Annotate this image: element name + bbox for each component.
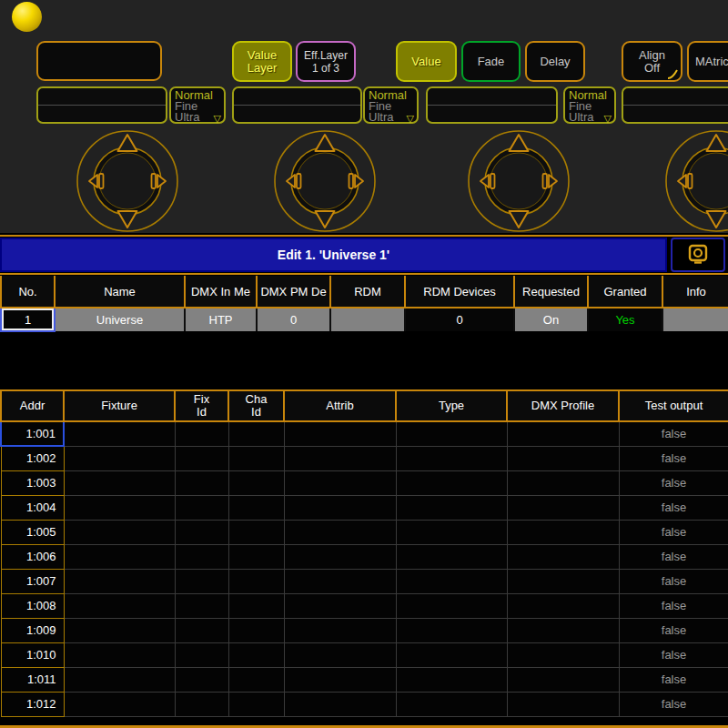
- universe-name-cell[interactable]: Universe: [55, 308, 185, 331]
- addr-cell[interactable]: 1:012: [1, 692, 64, 716]
- addr-cell[interactable]: 1:001: [1, 421, 64, 446]
- universe-row: 1 Universe HTP 0 0 On Yes: [1, 308, 728, 331]
- column-header-no[interactable]: No.: [1, 276, 55, 308]
- universe-rdm-cell[interactable]: [330, 308, 405, 331]
- test-output-cell[interactable]: false: [619, 569, 728, 593]
- dmx-row: 1:004 false: [1, 495, 728, 520]
- universe-dmx-in-cell[interactable]: HTP: [185, 308, 257, 331]
- universe-no-cell[interactable]: 1: [1, 308, 55, 331]
- column-header-info[interactable]: Info: [662, 276, 728, 308]
- dmx-row: 1:003 false: [1, 470, 728, 495]
- encoder-label-box-3[interactable]: [426, 86, 558, 124]
- fade-label: Fade: [478, 56, 505, 68]
- grandma2-dmx-setup-screen: Value Layer Eff.Layer 1 of 3 Value Fade …: [0, 0, 728, 728]
- matricks-button[interactable]: MAtric: [687, 41, 728, 82]
- effect-layer-button[interactable]: Eff.Layer 1 of 3: [296, 41, 356, 82]
- column-header-attrib[interactable]: Attrib: [284, 391, 396, 421]
- universe-rdm-devices-cell[interactable]: 0: [405, 308, 514, 331]
- test-output-cell[interactable]: false: [619, 618, 728, 642]
- title-bar-bottom-border: [0, 273, 728, 275]
- encoder-knob-2[interactable]: [272, 128, 378, 233]
- column-header-dmx-profile[interactable]: DMX Profile: [507, 391, 619, 421]
- test-output-cell[interactable]: false: [619, 421, 728, 446]
- universe-info-cell[interactable]: [662, 308, 728, 331]
- encoder-resolution-dropdown-2[interactable]: Normal Fine Ultra ▽: [363, 86, 419, 124]
- encoder-label-box-4[interactable]: [622, 86, 728, 124]
- test-output-cell[interactable]: false: [619, 692, 728, 716]
- universe-settings-table: No. Name DMX In Me DMX PM De RDM RDM Dev…: [0, 276, 728, 332]
- test-output-cell[interactable]: false: [619, 642, 728, 667]
- value-button[interactable]: Value: [396, 41, 457, 82]
- addr-cell[interactable]: 1:003: [1, 470, 64, 495]
- dmx-row: 1:002 false: [1, 446, 728, 470]
- test-output-cell[interactable]: false: [619, 470, 728, 495]
- addr-cell[interactable]: 1:010: [1, 642, 64, 667]
- eff-layer-label-line2: 1 of 3: [312, 62, 339, 75]
- value-layer-label-line2: Layer: [248, 62, 278, 75]
- value-layer-button[interactable]: Value Layer: [232, 41, 292, 82]
- universe-dmx-pm-cell[interactable]: 0: [257, 308, 330, 331]
- column-header-dmx-in[interactable]: DMX In Me: [185, 276, 257, 308]
- dialog-title-bar: Edit 1. 'Universe 1': [0, 233, 728, 276]
- addr-cell[interactable]: 1:007: [1, 569, 64, 593]
- fade-button[interactable]: Fade: [461, 41, 521, 82]
- addr-cell[interactable]: 1:005: [1, 520, 64, 544]
- column-header-rdm[interactable]: RDM: [330, 276, 405, 308]
- column-header-name[interactable]: Name: [55, 276, 185, 308]
- addr-cell[interactable]: 1:006: [1, 544, 64, 569]
- dmx-row: 1:010 false: [1, 642, 728, 667]
- test-output-cell[interactable]: false: [619, 544, 728, 569]
- column-header-cha-id[interactable]: Cha Id: [228, 391, 284, 421]
- encoder-resolution-dropdown-3[interactable]: Normal Fine Ultra ▽: [563, 86, 616, 124]
- column-header-type[interactable]: Type: [396, 391, 507, 421]
- encoder-knob-3[interactable]: [466, 128, 571, 233]
- dmx-row: 1:008 false: [1, 593, 728, 618]
- encoder-bar: Value Layer Eff.Layer 1 of 3 Value Fade …: [0, 0, 728, 233]
- align-off-button[interactable]: Align Off: [622, 41, 682, 82]
- addr-cell[interactable]: 1:011: [1, 667, 64, 692]
- dmx-row: 1:011 false: [1, 667, 728, 692]
- encoder-knob-4[interactable]: [663, 128, 728, 233]
- column-header-dmx-pm[interactable]: DMX PM De: [257, 276, 330, 308]
- delay-button[interactable]: Delay: [525, 41, 585, 82]
- dmx-row: 1:007 false: [1, 569, 728, 593]
- dmx-row: 1:005 false: [1, 520, 728, 544]
- dmx-table-header-row: Addr Fixture Fix Id Cha Id Attrib Type D…: [1, 391, 728, 421]
- addr-cell[interactable]: 1:002: [1, 446, 64, 470]
- encoder-resolution-dropdown-1[interactable]: Normal Fine Ultra ▽: [169, 86, 226, 124]
- test-output-cell[interactable]: false: [619, 593, 728, 618]
- test-output-cell[interactable]: false: [619, 667, 728, 692]
- encoder-display-button[interactable]: [36, 41, 162, 81]
- column-header-rdm-devices[interactable]: RDM Devices: [405, 276, 514, 308]
- column-header-addr[interactable]: Addr: [1, 391, 64, 421]
- test-output-cell[interactable]: false: [619, 495, 728, 520]
- column-header-granted[interactable]: Granted: [588, 276, 662, 308]
- column-header-fix-id[interactable]: Fix Id: [175, 391, 228, 421]
- screen-symbol-icon: [686, 243, 710, 267]
- addr-cell[interactable]: 1:008: [1, 593, 64, 618]
- dmx-row: 1:006 false: [1, 544, 728, 569]
- column-header-test-output[interactable]: Test output: [619, 391, 728, 421]
- encoder-label-box-1[interactable]: [36, 86, 167, 124]
- screen-indicator-ball-icon[interactable]: [12, 2, 42, 32]
- momentary-curl-icon: [667, 68, 678, 79]
- addr-cell[interactable]: 1:009: [1, 618, 64, 642]
- delay-label: Delay: [540, 56, 570, 68]
- test-output-cell[interactable]: false: [619, 520, 728, 544]
- test-output-cell[interactable]: false: [619, 446, 728, 470]
- column-header-fixture[interactable]: Fixture: [64, 391, 175, 421]
- align-label-line1: Align: [639, 49, 665, 62]
- encoder-knob-1[interactable]: [75, 128, 180, 233]
- title-bar-tools-button[interactable]: [671, 238, 725, 272]
- universe-requested-cell[interactable]: On: [514, 308, 588, 331]
- dialog-title[interactable]: Edit 1. 'Universe 1': [0, 238, 667, 272]
- encoder-label-box-2[interactable]: [232, 86, 362, 124]
- addr-cell[interactable]: 1:004: [1, 495, 64, 520]
- dmx-row: 1:001 false: [1, 421, 728, 446]
- universe-granted-cell[interactable]: Yes: [588, 308, 662, 331]
- column-header-requested[interactable]: Requested: [514, 276, 588, 308]
- chevron-down-icon: ▽: [604, 113, 612, 124]
- universe-table-header-row: No. Name DMX In Me DMX PM De RDM RDM Dev…: [1, 276, 728, 308]
- eff-layer-label-line1: Eff.Layer: [304, 49, 348, 62]
- chevron-down-icon: ▽: [214, 113, 221, 124]
